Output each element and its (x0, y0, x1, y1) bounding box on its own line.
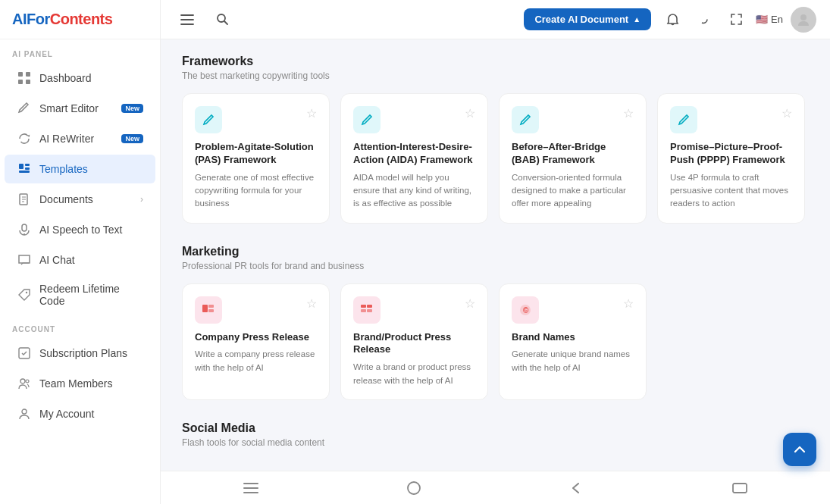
card-title: Problem-Agitate-Solution (PAS) Framework (195, 141, 317, 167)
sidebar-item-dashboard[interactable]: Dashboard (5, 64, 155, 92)
svg-rect-7 (19, 171, 30, 173)
sidebar-item-label: My Account (39, 408, 94, 420)
sidebar-item-smart-editor[interactable]: Smart Editor New (5, 94, 155, 123)
sidebar-item-label: Redeem Lifetime Code (39, 283, 143, 307)
star-icon[interactable]: ☆ (306, 106, 317, 121)
card-desc: Conversion-oriented formula designed to … (512, 171, 634, 211)
svg-rect-23 (367, 309, 372, 312)
svg-point-12 (20, 379, 25, 383)
notification-button[interactable] (660, 8, 684, 32)
card-title: Before–After-Bridge (BAB) Framework (512, 141, 634, 167)
card-pas[interactable]: ☆ Problem-Agitate-Solution (PAS) Framewo… (182, 93, 330, 224)
card-desc: Generate one of most effective copywriti… (195, 171, 317, 211)
dark-mode-button[interactable] (692, 8, 716, 32)
bottom-nav-home[interactable] (397, 474, 431, 502)
card-header: ☆ (512, 106, 634, 133)
svg-rect-3 (26, 80, 30, 84)
sidebar-item-ai-speech[interactable]: AI Speech to Text (5, 215, 155, 244)
svg-rect-6 (25, 167, 30, 170)
company-press-icon (195, 296, 222, 324)
sidebar-item-label: AI Chat (39, 254, 75, 266)
svg-point-13 (26, 380, 29, 383)
sidebar-item-label: Templates (39, 163, 88, 175)
search-button[interactable] (209, 7, 235, 33)
logo: AIForContents (0, 0, 160, 39)
fullscreen-button[interactable] (724, 8, 748, 32)
speech-icon (17, 222, 32, 237)
card-desc: Write a company press release with the h… (195, 348, 317, 374)
sidebar-item-label: Subscription Plans (39, 347, 127, 359)
language-selector[interactable]: 🇺🇸 En (756, 14, 783, 25)
star-icon[interactable]: ☆ (623, 296, 634, 311)
bab-icon (512, 106, 539, 133)
svg-rect-21 (367, 305, 372, 308)
marketing-cards-grid: ☆ Company Press Release Write a company … (182, 283, 809, 400)
main-wrapper: Create AI Document ▲ 🇺🇸 En Framewor (161, 0, 830, 504)
sidebar-item-ai-chat[interactable]: AI Chat (5, 246, 155, 274)
bottom-nav-back[interactable] (560, 474, 594, 502)
sidebar-item-ai-rewriter[interactable]: AI ReWriter New (5, 124, 155, 153)
sidebar-item-my-account[interactable]: My Account (5, 399, 155, 428)
svg-rect-22 (361, 309, 366, 312)
svg-rect-0 (18, 72, 23, 77)
menu-toggle-button[interactable] (174, 7, 200, 33)
card-pppp[interactable]: ☆ Promise–Picture–Proof-Push (PPPP) Fram… (657, 93, 805, 224)
sidebar-item-team[interactable]: Team Members (5, 369, 155, 398)
aida-icon (353, 106, 381, 133)
sidebar-item-templates[interactable]: Templates (5, 155, 155, 183)
card-aida[interactable]: ☆ Attention-Interest-Desire-Action (AIDA… (340, 93, 488, 224)
svg-rect-11 (19, 348, 30, 358)
brand-press-icon (353, 296, 381, 324)
create-ai-document-button[interactable]: Create AI Document ▲ (524, 8, 651, 30)
main-content: Frameworks The best marketing copywritin… (161, 39, 830, 471)
card-desc: Write a brand or product press release w… (353, 361, 475, 387)
chat-icon (17, 252, 32, 268)
sidebar-item-subscription[interactable]: Subscription Plans (5, 339, 155, 368)
header-right: 🇺🇸 En (660, 7, 816, 33)
create-btn-label: Create AI Document (534, 14, 628, 25)
social-media-section-subtitle: Flash tools for social media content (182, 437, 809, 448)
subscription-icon (17, 346, 32, 361)
my-account-icon (17, 406, 32, 421)
sidebar-item-redeem[interactable]: Redeem Lifetime Code (5, 276, 155, 314)
svg-rect-9 (22, 224, 27, 231)
avatar[interactable] (791, 7, 816, 33)
marketing-section-subtitle: Professional PR tools for brand and busi… (182, 261, 809, 271)
card-title: Promise–Picture–Proof-Push (PPPP) Framew… (670, 141, 792, 167)
star-icon[interactable]: ☆ (306, 296, 317, 311)
svg-point-16 (800, 14, 807, 20)
card-desc: AIDA model will help you ensure that any… (353, 171, 475, 211)
card-company-press[interactable]: ☆ Company Press Release Write a company … (182, 283, 330, 400)
ai-rewriter-icon (17, 131, 32, 146)
flag-icon: 🇺🇸 (756, 14, 768, 25)
ai-panel-label: AI PANEL (0, 39, 160, 63)
star-icon[interactable]: ☆ (465, 106, 475, 121)
svg-rect-4 (19, 164, 23, 169)
card-title: Brand/Product Press Release (353, 331, 475, 357)
svg-rect-18 (208, 305, 214, 308)
star-icon[interactable]: ☆ (781, 106, 792, 121)
card-brand-press[interactable]: ☆ Brand/Product Press Release Write a br… (340, 283, 488, 400)
card-header: ☆ (195, 296, 317, 324)
svg-rect-5 (25, 164, 30, 166)
new-badge: New (121, 104, 143, 113)
team-icon (17, 376, 32, 391)
account-label: ACCOUNT (0, 315, 160, 338)
sidebar-item-label: Dashboard (39, 72, 92, 84)
svg-rect-17 (202, 305, 208, 312)
card-brand-names[interactable]: © ☆ Brand Names Generate unique brand na… (499, 283, 647, 400)
pas-icon (195, 106, 222, 133)
card-bab[interactable]: ☆ Before–After-Bridge (BAB) Framework Co… (499, 93, 647, 224)
star-icon[interactable]: ☆ (623, 106, 634, 121)
svg-rect-20 (361, 305, 366, 308)
bottom-nav-menu[interactable] (234, 474, 268, 502)
sidebar-item-documents[interactable]: Documents › (5, 185, 155, 214)
social-media-section-title: Social Media (182, 421, 809, 435)
svg-text:©: © (523, 306, 529, 315)
scroll-to-top-button[interactable] (783, 433, 816, 466)
star-icon[interactable]: ☆ (465, 296, 475, 311)
pppp-icon (670, 106, 697, 133)
sidebar-item-label: Documents (39, 193, 93, 205)
logo-part1: AIFor (12, 11, 50, 27)
bottom-nav-window[interactable] (723, 474, 756, 502)
